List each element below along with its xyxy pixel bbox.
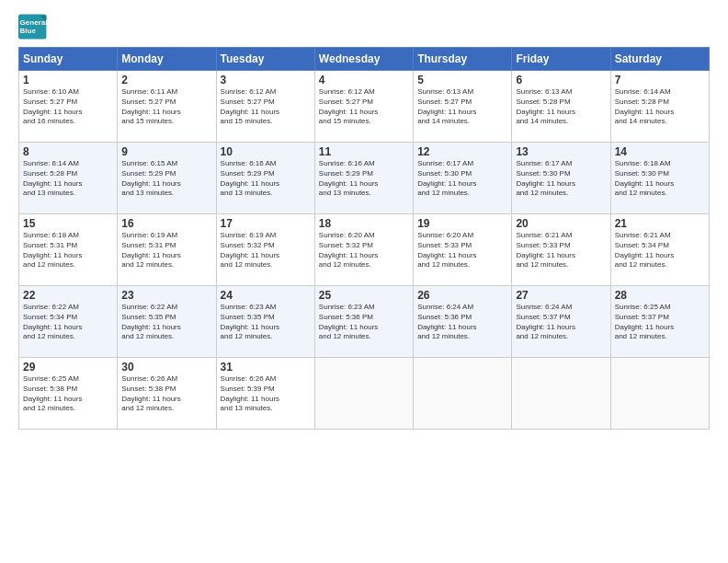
day-info: Sunrise: 6:15 AM Sunset: 5:29 PM Dayligh…: [121, 159, 211, 199]
day-info: Sunrise: 6:14 AM Sunset: 5:28 PM Dayligh…: [23, 159, 113, 199]
day-number: 2: [121, 74, 211, 86]
day-info: Sunrise: 6:19 AM Sunset: 5:31 PM Dayligh…: [121, 231, 211, 270]
day-cell: 8Sunrise: 6:14 AM Sunset: 5:28 PM Daylig…: [19, 143, 118, 214]
day-cell: 27Sunrise: 6:24 AM Sunset: 5:37 PM Dayli…: [512, 286, 610, 358]
day-number: 31: [221, 361, 311, 373]
day-number: 5: [417, 74, 507, 86]
day-info: Sunrise: 6:22 AM Sunset: 5:35 PM Dayligh…: [121, 303, 211, 342]
day-info: Sunrise: 6:13 AM Sunset: 5:27 PM Dayligh…: [417, 87, 507, 127]
day-number: 29: [23, 361, 113, 373]
day-cell: 24Sunrise: 6:23 AM Sunset: 5:35 PM Dayli…: [216, 286, 314, 358]
day-cell: 15Sunrise: 6:18 AM Sunset: 5:31 PM Dayli…: [19, 214, 118, 286]
day-cell: 3Sunrise: 6:12 AM Sunset: 5:27 PM Daylig…: [216, 71, 314, 143]
header-row: SundayMondayTuesdayWednesdayThursdayFrid…: [19, 48, 710, 71]
day-number: 17: [221, 217, 311, 230]
day-cell: 9Sunrise: 6:15 AM Sunset: 5:29 PM Daylig…: [118, 143, 216, 214]
day-cell: 26Sunrise: 6:24 AM Sunset: 5:36 PM Dayli…: [414, 286, 512, 358]
day-number: 21: [615, 217, 705, 230]
week-row-4: 22Sunrise: 6:22 AM Sunset: 5:34 PM Dayli…: [19, 286, 710, 358]
day-cell: [414, 358, 512, 430]
day-info: Sunrise: 6:21 AM Sunset: 5:34 PM Dayligh…: [615, 231, 705, 270]
day-cell: 1Sunrise: 6:10 AM Sunset: 5:27 PM Daylig…: [19, 71, 118, 143]
day-cell: 12Sunrise: 6:17 AM Sunset: 5:30 PM Dayli…: [414, 143, 512, 214]
day-cell: [512, 358, 610, 430]
day-number: 25: [319, 289, 409, 302]
day-cell: 25Sunrise: 6:23 AM Sunset: 5:36 PM Dayli…: [314, 286, 413, 358]
day-info: Sunrise: 6:17 AM Sunset: 5:30 PM Dayligh…: [516, 159, 606, 199]
day-number: 27: [516, 289, 606, 302]
day-number: 24: [221, 289, 311, 302]
week-row-5: 29Sunrise: 6:25 AM Sunset: 5:38 PM Dayli…: [19, 358, 710, 430]
day-info: Sunrise: 6:20 AM Sunset: 5:32 PM Dayligh…: [319, 231, 409, 270]
day-info: Sunrise: 6:24 AM Sunset: 5:37 PM Dayligh…: [516, 303, 606, 342]
day-cell: 29Sunrise: 6:25 AM Sunset: 5:38 PM Dayli…: [19, 358, 118, 430]
day-info: Sunrise: 6:23 AM Sunset: 5:35 PM Dayligh…: [221, 303, 311, 342]
day-number: 28: [615, 289, 705, 302]
col-header-sunday: Sunday: [19, 48, 118, 71]
calendar-table: SundayMondayTuesdayWednesdayThursdayFrid…: [18, 47, 710, 430]
day-number: 14: [615, 145, 705, 158]
day-number: 1: [23, 74, 113, 86]
day-cell: 21Sunrise: 6:21 AM Sunset: 5:34 PM Dayli…: [610, 214, 709, 286]
day-info: Sunrise: 6:21 AM Sunset: 5:33 PM Dayligh…: [516, 231, 606, 270]
day-number: 16: [121, 217, 211, 230]
day-cell: 19Sunrise: 6:20 AM Sunset: 5:33 PM Dayli…: [414, 214, 512, 286]
svg-text:General: General: [20, 18, 48, 27]
day-cell: 11Sunrise: 6:16 AM Sunset: 5:29 PM Dayli…: [314, 143, 413, 214]
day-number: 20: [516, 217, 606, 230]
day-number: 4: [319, 74, 409, 86]
day-cell: 18Sunrise: 6:20 AM Sunset: 5:32 PM Dayli…: [314, 214, 413, 286]
day-info: Sunrise: 6:25 AM Sunset: 5:37 PM Dayligh…: [615, 303, 705, 342]
day-number: 10: [221, 145, 311, 158]
week-row-2: 8Sunrise: 6:14 AM Sunset: 5:28 PM Daylig…: [19, 143, 710, 214]
day-info: Sunrise: 6:20 AM Sunset: 5:33 PM Dayligh…: [417, 231, 507, 270]
day-cell: 20Sunrise: 6:21 AM Sunset: 5:33 PM Dayli…: [512, 214, 610, 286]
day-cell: 31Sunrise: 6:26 AM Sunset: 5:39 PM Dayli…: [216, 358, 314, 430]
day-number: 22: [23, 289, 113, 302]
day-cell: 7Sunrise: 6:14 AM Sunset: 5:28 PM Daylig…: [610, 71, 709, 143]
day-cell: [610, 358, 709, 430]
day-number: 26: [417, 289, 507, 302]
svg-text:Blue: Blue: [20, 27, 37, 35]
day-info: Sunrise: 6:25 AM Sunset: 5:38 PM Dayligh…: [23, 374, 113, 414]
day-cell: 28Sunrise: 6:25 AM Sunset: 5:37 PM Dayli…: [610, 286, 709, 358]
day-cell: 23Sunrise: 6:22 AM Sunset: 5:35 PM Dayli…: [118, 286, 216, 358]
day-cell: 14Sunrise: 6:18 AM Sunset: 5:30 PM Dayli…: [610, 143, 709, 214]
header: General Blue: [18, 14, 710, 40]
col-header-saturday: Saturday: [610, 48, 709, 71]
day-cell: 4Sunrise: 6:12 AM Sunset: 5:27 PM Daylig…: [314, 71, 413, 143]
col-header-friday: Friday: [512, 48, 610, 71]
day-info: Sunrise: 6:26 AM Sunset: 5:38 PM Dayligh…: [121, 374, 211, 414]
day-info: Sunrise: 6:10 AM Sunset: 5:27 PM Dayligh…: [23, 87, 113, 127]
logo-icon: General Blue: [18, 14, 48, 40]
day-cell: 5Sunrise: 6:13 AM Sunset: 5:27 PM Daylig…: [414, 71, 512, 143]
day-cell: 2Sunrise: 6:11 AM Sunset: 5:27 PM Daylig…: [118, 71, 216, 143]
day-number: 15: [23, 217, 113, 230]
day-number: 13: [516, 145, 606, 158]
day-number: 6: [516, 74, 606, 86]
day-cell: 30Sunrise: 6:26 AM Sunset: 5:38 PM Dayli…: [118, 358, 216, 430]
day-info: Sunrise: 6:16 AM Sunset: 5:29 PM Dayligh…: [319, 159, 409, 199]
day-info: Sunrise: 6:19 AM Sunset: 5:32 PM Dayligh…: [221, 231, 311, 270]
day-number: 19: [417, 217, 507, 230]
day-number: 8: [23, 145, 113, 158]
col-header-thursday: Thursday: [414, 48, 512, 71]
page: General Blue SundayMondayTuesdayWednesda…: [0, 0, 728, 563]
day-info: Sunrise: 6:12 AM Sunset: 5:27 PM Dayligh…: [221, 87, 311, 127]
col-header-wednesday: Wednesday: [314, 48, 413, 71]
day-cell: 17Sunrise: 6:19 AM Sunset: 5:32 PM Dayli…: [216, 214, 314, 286]
day-info: Sunrise: 6:23 AM Sunset: 5:36 PM Dayligh…: [319, 303, 409, 342]
day-info: Sunrise: 6:12 AM Sunset: 5:27 PM Dayligh…: [319, 87, 409, 127]
day-cell: [314, 358, 413, 430]
day-info: Sunrise: 6:26 AM Sunset: 5:39 PM Dayligh…: [221, 374, 311, 414]
day-number: 3: [221, 74, 311, 86]
week-row-1: 1Sunrise: 6:10 AM Sunset: 5:27 PM Daylig…: [19, 71, 710, 143]
day-cell: 16Sunrise: 6:19 AM Sunset: 5:31 PM Dayli…: [118, 214, 216, 286]
day-info: Sunrise: 6:22 AM Sunset: 5:34 PM Dayligh…: [23, 303, 113, 342]
day-info: Sunrise: 6:24 AM Sunset: 5:36 PM Dayligh…: [417, 303, 507, 342]
day-cell: 22Sunrise: 6:22 AM Sunset: 5:34 PM Dayli…: [19, 286, 118, 358]
day-info: Sunrise: 6:17 AM Sunset: 5:30 PM Dayligh…: [417, 159, 507, 199]
day-cell: 13Sunrise: 6:17 AM Sunset: 5:30 PM Dayli…: [512, 143, 610, 214]
day-info: Sunrise: 6:11 AM Sunset: 5:27 PM Dayligh…: [121, 87, 211, 127]
day-info: Sunrise: 6:14 AM Sunset: 5:28 PM Dayligh…: [615, 87, 705, 127]
